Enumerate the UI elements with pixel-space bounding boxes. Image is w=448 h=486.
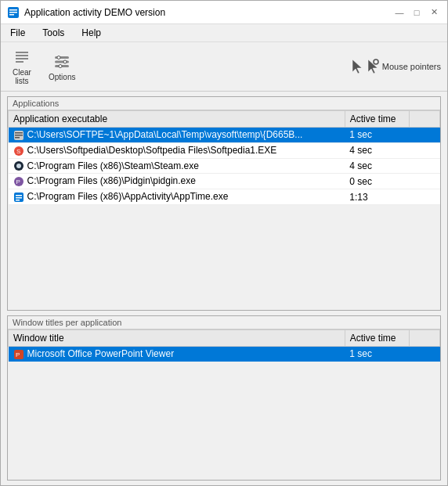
app-extra-cell xyxy=(410,142,440,158)
app-activetime-cell: 4 sec xyxy=(345,142,410,158)
svg-point-13 xyxy=(59,64,62,67)
window-titles-table-container[interactable]: Window title Active time PMicrosoft Offi… xyxy=(8,329,440,480)
menu-bar: File Tools Help xyxy=(1,24,447,42)
app-row-icon xyxy=(13,160,24,171)
svg-point-12 xyxy=(63,60,67,63)
app-executable-cell: C:\Program Files (x86)\Steam\Steam.exe xyxy=(9,158,345,174)
wt-row-icon: P xyxy=(13,349,24,360)
table-row[interactable]: C:\Program Files (x86)\AppActivity\AppTi… xyxy=(9,189,440,205)
svg-rect-1 xyxy=(9,9,17,11)
window-controls: — □ ✕ xyxy=(392,5,441,20)
svg-rect-20 xyxy=(15,137,20,139)
table-row[interactable]: C:\Program Files (x86)\Steam\Steam.exe4 … xyxy=(9,158,440,174)
app-executable-cell: PC:\Program Files (x86)\Pidgin\pidgin.ex… xyxy=(9,174,345,189)
svg-rect-4 xyxy=(16,52,28,53)
mouse-pointers-group: Mouse pointers xyxy=(351,59,441,74)
wt-title-cell: PMicrosoft Office PowerPoint Viewer xyxy=(9,346,345,362)
col-header-extra xyxy=(410,111,440,128)
title-bar: Application activity DEMO version — □ ✕ xyxy=(1,1,447,24)
svg-text:S: S xyxy=(16,148,20,155)
app-row-icon xyxy=(13,192,24,203)
app-executable-cell: SC:\Users\Softpedia\Desktop\Softpedia Fi… xyxy=(9,142,345,158)
svg-rect-30 xyxy=(16,200,20,201)
wt-col-header-extra xyxy=(410,329,440,346)
wt-title-text: Microsoft Office PowerPoint Viewer xyxy=(27,348,175,359)
svg-marker-15 xyxy=(368,59,378,74)
svg-rect-5 xyxy=(16,55,28,56)
options-label: Options xyxy=(49,73,75,81)
app-executable-cell: C:\Program Files (x86)\AppActivity\AppTi… xyxy=(9,189,345,205)
menu-file[interactable]: File xyxy=(5,26,30,40)
applications-table-container[interactable]: Application executable Active time C:\Us… xyxy=(8,110,440,310)
minimize-button[interactable]: — xyxy=(392,5,406,20)
svg-rect-29 xyxy=(16,197,22,199)
table-row[interactable]: PC:\Program Files (x86)\Pidgin\pidgin.ex… xyxy=(9,174,440,189)
applications-table-body: C:\Users\SOFTPE~1\AppData\Local\Temp\vay… xyxy=(9,128,440,205)
wt-col-header-activetime: Active time xyxy=(345,329,410,346)
app-executable-text: C:\Users\SOFTPE~1\AppData\Local\Temp\vay… xyxy=(27,129,303,140)
app-row-icon: P xyxy=(13,176,24,187)
wt-extra-cell xyxy=(410,346,440,362)
app-activetime-cell: 1 sec xyxy=(345,128,410,143)
col-header-executable: Application executable xyxy=(9,111,345,128)
app-activetime-cell: 0 sec xyxy=(345,174,410,189)
app-executable-text: C:\Program Files (x86)\AppActivity\AppTi… xyxy=(27,191,229,202)
window-titles-table-body: PMicrosoft Office PowerPoint Viewer1 sec xyxy=(9,346,440,362)
window-titles-section-title: Window titles per application xyxy=(8,316,440,329)
app-executable-text: C:\Program Files (x86)\Pidgin\pidgin.exe xyxy=(27,175,196,186)
app-executable-cell: C:\Users\SOFTPE~1\AppData\Local\Temp\vay… xyxy=(9,128,345,143)
menu-help[interactable]: Help xyxy=(77,26,106,40)
app-extra-cell xyxy=(410,158,440,174)
app-icon xyxy=(7,6,20,19)
svg-rect-3 xyxy=(9,14,14,16)
col-header-activetime: Active time xyxy=(345,111,410,128)
app-executable-text: C:\Program Files (x86)\Steam\Steam.exe xyxy=(27,160,199,171)
svg-rect-18 xyxy=(15,132,23,134)
svg-marker-14 xyxy=(352,59,362,74)
svg-point-11 xyxy=(57,56,60,59)
app-row-icon xyxy=(13,130,24,141)
clear-lists-label: Clearlists xyxy=(13,68,31,85)
table-row[interactable]: SC:\Users\Softpedia\Desktop\Softpedia Fi… xyxy=(9,142,440,158)
app-activetime-cell: 1:13 xyxy=(345,189,410,205)
window-titles-table: Window title Active time PMicrosoft Offi… xyxy=(8,329,440,362)
svg-rect-6 xyxy=(16,58,28,59)
app-extra-cell xyxy=(410,128,440,143)
svg-rect-28 xyxy=(16,195,22,196)
svg-rect-7 xyxy=(16,61,23,63)
cursor-icon xyxy=(351,59,363,74)
table-row[interactable]: C:\Users\SOFTPE~1\AppData\Local\Temp\vay… xyxy=(9,128,440,143)
wt-activetime-cell: 1 sec xyxy=(345,346,410,362)
clear-lists-icon xyxy=(13,48,31,67)
app-extra-cell xyxy=(410,189,440,205)
app-extra-cell xyxy=(410,174,440,189)
window-titles-table-header: Window title Active time xyxy=(9,329,440,346)
clear-lists-button[interactable]: Clearlists xyxy=(7,45,37,88)
svg-rect-2 xyxy=(9,12,17,13)
svg-point-16 xyxy=(374,59,378,64)
applications-table-header: Application executable Active time xyxy=(9,111,440,128)
options-button[interactable]: Options xyxy=(43,50,81,84)
title-bar-left: Application activity DEMO version xyxy=(7,6,165,19)
close-button[interactable]: ✕ xyxy=(427,5,441,20)
menu-tools[interactable]: Tools xyxy=(38,26,69,40)
window-title: Application activity DEMO version xyxy=(24,7,165,18)
options-icon xyxy=(52,52,71,71)
content-area: Applications Application executable Acti… xyxy=(1,92,447,485)
svg-text:P: P xyxy=(16,351,20,358)
svg-text:P: P xyxy=(16,178,20,185)
maximize-button[interactable]: □ xyxy=(410,5,424,20)
window-titles-section: Window titles per application Window tit… xyxy=(7,315,441,481)
toolbar: Clearlists Options xyxy=(1,42,447,92)
mouse-pointers-label: Mouse pointers xyxy=(382,62,441,71)
svg-point-24 xyxy=(16,164,21,168)
app-activetime-cell: 4 sec xyxy=(345,158,410,174)
applications-table: Application executable Active time C:\Us… xyxy=(8,110,440,205)
main-window: Application activity DEMO version — □ ✕ … xyxy=(0,0,448,486)
app-row-icon: S xyxy=(13,146,24,157)
applications-section: Applications Application executable Acti… xyxy=(7,96,441,311)
svg-rect-19 xyxy=(15,135,23,136)
cursor2-icon xyxy=(367,59,379,74)
table-row[interactable]: PMicrosoft Office PowerPoint Viewer1 sec xyxy=(9,346,440,362)
applications-section-title: Applications xyxy=(8,97,440,110)
